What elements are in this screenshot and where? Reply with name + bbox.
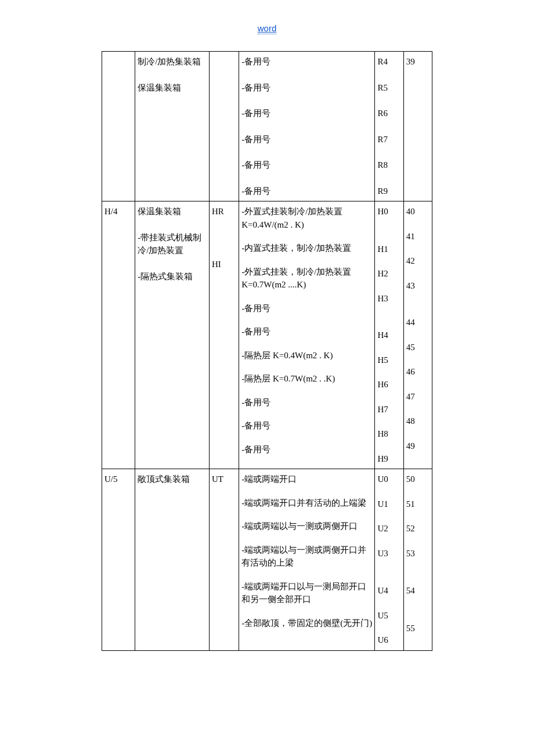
cell-description: -外置式挂装制冷/加热装置K=0.4W/(m2 . K) -内置式挂装，制冷/加… — [239, 201, 375, 469]
cell-type-code: H/4 — [102, 201, 135, 469]
cell-type-name: 保温集装箱 -带挂装式机械制冷/加热装置 -隔热式集装箱 — [135, 201, 210, 469]
cell-code: U0 U1 U2 U3 U4 U5 U6 — [375, 469, 403, 651]
cell-code: R4 R5 R6 R7 R8 R9 — [375, 52, 403, 201]
cell-number: 50 51 52 53 54 55 — [403, 469, 432, 651]
table-row: 制冷/加热集装箱 保温集装箱 -备用号 -备用号 -备用号 -备用号 -备用号 … — [102, 52, 432, 201]
cell-type-code: U/5 — [102, 469, 135, 651]
cell-sub-code — [209, 52, 239, 201]
cell-number: 39 — [403, 52, 432, 201]
cell-sub-code: HR HI — [209, 201, 239, 469]
cell-type-code — [102, 52, 135, 201]
cell-type-name: 敞顶式集装箱 — [135, 469, 210, 651]
header-link[interactable]: word — [258, 23, 277, 34]
container-codes-table: 制冷/加热集装箱 保温集装箱 -备用号 -备用号 -备用号 -备用号 -备用号 … — [102, 51, 432, 651]
cell-code: H0 H1 H2 H3 H4 H5 H6 H7 H8 H9 — [375, 201, 403, 469]
cell-description: -备用号 -备用号 -备用号 -备用号 -备用号 -备用号 — [239, 52, 375, 201]
table-row: U/5 敞顶式集装箱 UT -端或两端开口 -端或两端开口并有活动的上端梁 -端… — [102, 469, 432, 651]
cell-sub-code: UT — [209, 469, 239, 651]
cell-description: -端或两端开口 -端或两端开口并有活动的上端梁 -端或两端以与一测或两侧开口 -… — [239, 469, 375, 651]
cell-number: 40 41 42 43 44 45 46 47 48 49 — [403, 201, 432, 469]
cell-type-name: 制冷/加热集装箱 保温集装箱 — [135, 52, 210, 201]
table-row: H/4 保温集装箱 -带挂装式机械制冷/加热装置 -隔热式集装箱 HR HI -… — [102, 201, 432, 469]
page-header: word — [12, 23, 522, 34]
